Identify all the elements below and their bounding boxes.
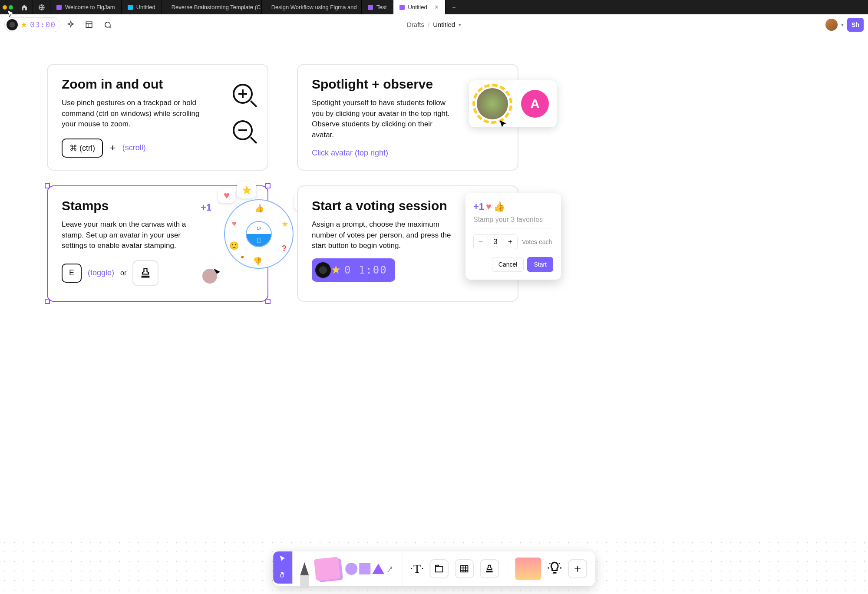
spotlight-illustration: A (469, 80, 557, 127)
text-tool-label: T (413, 562, 421, 576)
tab-untitled-1[interactable]: Untitled (122, 0, 162, 14)
cursor-icon (279, 555, 287, 563)
card-voting[interactable]: Start a voting session Assign a prompt, … (297, 185, 518, 302)
design-file-icon (128, 5, 133, 10)
canvas[interactable]: Zoom in and out Use pinch gestures on a … (0, 35, 868, 594)
votes-stepper: − 3 + Votes each (473, 234, 553, 249)
tab-welcome[interactable]: Welcome to FigJam (50, 0, 122, 14)
card-spotlight[interactable]: Spotlight + observe Spotlight yourself t… (297, 64, 518, 171)
avatar-initial: A (530, 96, 540, 111)
start-button[interactable]: Start (527, 257, 553, 272)
marker-tool[interactable] (300, 562, 309, 575)
ai-sparkle-button[interactable] (63, 17, 79, 33)
breadcrumb-root[interactable]: Drafts (407, 21, 424, 28)
card-body: Assign a prompt, choose the maximum numb… (312, 219, 455, 251)
card-body: Use pinch gestures on a trackpad or hold… (62, 98, 205, 130)
decrement-button[interactable]: − (473, 234, 488, 249)
card-body: Leave your mark on the canvas with a sta… (62, 219, 205, 251)
stamp-tool[interactable] (480, 559, 499, 578)
app-tab-bar: Welcome to FigJam Untitled Reverse Brain… (0, 0, 868, 14)
user-avatar-stamp (202, 269, 217, 284)
community-button[interactable] (33, 0, 50, 14)
voting-prompt-input[interactable]: Stamp your 3 favorites (473, 216, 553, 228)
maximize-dot[interactable] (9, 5, 13, 10)
circle-shape-icon (345, 563, 357, 575)
layout-icon (85, 21, 93, 29)
templates-button[interactable] (515, 558, 541, 580)
tab-label: Test (376, 4, 387, 10)
section-icon (434, 564, 444, 574)
shape-tool[interactable] (345, 563, 395, 575)
stamp-tool-icon (132, 260, 158, 286)
card-zoom[interactable]: Zoom in and out Use pinch gestures on a … (47, 64, 268, 171)
text-tool[interactable]: •T• (411, 562, 424, 576)
toggle-hint: (toggle) (88, 268, 114, 277)
votes-value: 3 (488, 234, 503, 249)
content-tools: •T• (403, 551, 508, 586)
card-stamps[interactable]: Stamps Leave your mark on the canvas wit… (47, 185, 268, 302)
star-icon: ★ (281, 219, 288, 229)
new-tab-button[interactable]: ＋ (446, 0, 463, 14)
home-icon (21, 4, 28, 11)
section-tool[interactable] (429, 559, 449, 578)
close-tab-icon[interactable]: ✕ (434, 4, 439, 10)
svg-rect-6 (461, 566, 468, 572)
hand-tool[interactable] (279, 571, 287, 581)
selection-handle[interactable] (45, 299, 50, 304)
tab-label: Untitled (136, 4, 155, 10)
lightbulb-icon (547, 561, 562, 575)
keycap-cmd: ⌘ (ctrl) (62, 139, 103, 158)
file-toolbar: ★ 03:00 Drafts / Untitled ▾ ▾ Sh (0, 14, 868, 35)
hand-icon (279, 571, 287, 579)
figjam-file-icon (368, 5, 373, 10)
plus-symbol: + (110, 142, 116, 154)
sticky-note-tool[interactable] (314, 557, 340, 581)
voting-stamps-row: +1 ♥ 👍 (473, 201, 553, 212)
layout-button[interactable] (81, 17, 97, 33)
table-tool[interactable] (455, 559, 474, 578)
more-tools-button[interactable] (568, 559, 587, 578)
share-button[interactable]: Sh (847, 18, 864, 32)
selection-handle[interactable] (265, 299, 271, 304)
selection-handle[interactable] (45, 183, 50, 188)
tab-test[interactable]: Test (362, 0, 393, 14)
cancel-button[interactable]: Cancel (492, 257, 524, 272)
file-title[interactable]: Untitled (433, 21, 455, 28)
tab-label: Untitled (408, 4, 427, 10)
plus-one-stamp-icon: +1 (473, 201, 484, 212)
figjam-file-icon (399, 5, 405, 10)
scroll-hint: (scroll) (122, 143, 146, 152)
home-button[interactable] (16, 0, 33, 14)
avatar-stamp-icon: 🙂 (229, 241, 239, 251)
chevron-down-icon[interactable]: ▾ (459, 22, 461, 28)
svg-rect-5 (436, 565, 439, 567)
tab-label: Reverse Brainstorming Template (C (172, 4, 261, 10)
voting-timer: ★ 0 1:00 (312, 258, 395, 282)
comments-button[interactable] (99, 17, 115, 33)
current-user-avatar[interactable] (825, 19, 838, 31)
tab-untitled-active[interactable]: Untitled ✕ (393, 0, 446, 14)
bottom-toolbar: •T• (273, 551, 595, 586)
spotlight-hint-link[interactable]: Click avatar (top right) (312, 148, 388, 157)
spotlight-avatar-icon (477, 88, 508, 119)
zoom-in-icon (233, 84, 253, 104)
keycap-e: E (62, 264, 82, 283)
cursor-icon (498, 119, 508, 132)
star-icon: ★ (20, 20, 28, 29)
table-icon (459, 564, 469, 574)
timer-widget[interactable]: ★ 03:00 (4, 17, 60, 32)
sparkle-icon (66, 20, 75, 29)
chevron-down-icon[interactable]: ▾ (841, 22, 844, 28)
tab-design-workflow[interactable]: Design Workflow using Figma and (262, 0, 362, 14)
tab-reverse-brainstorm[interactable]: Reverse Brainstorming Template (C (162, 0, 262, 14)
thumbs-down-icon: 👎 (253, 257, 262, 266)
stamp-icon (485, 564, 494, 574)
voting-panel: +1 ♥ 👍 Stamp your 3 favorites − 3 + Vote… (465, 193, 561, 280)
record-disc-icon (315, 262, 331, 278)
minimize-dot[interactable] (3, 5, 7, 10)
increment-button[interactable]: + (503, 234, 518, 249)
widgets-button[interactable] (547, 561, 562, 577)
globe-icon (38, 4, 45, 11)
triangle-shape-icon (372, 564, 384, 574)
select-tool[interactable] (279, 555, 287, 564)
